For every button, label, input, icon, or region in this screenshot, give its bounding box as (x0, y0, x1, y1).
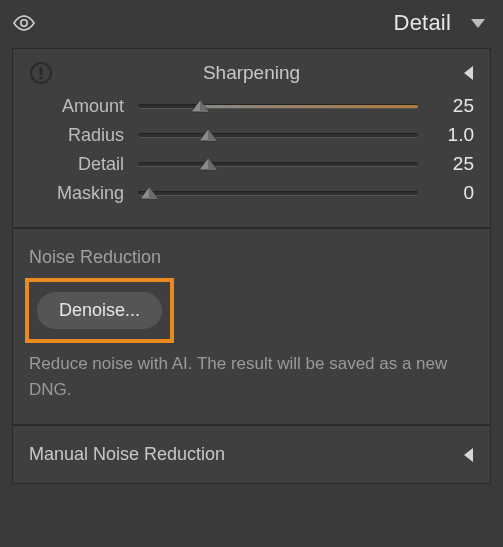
detail-slider[interactable] (138, 154, 418, 174)
panel-collapse-icon[interactable] (469, 16, 487, 30)
denoise-highlight-box: Denoise... (25, 278, 174, 343)
svg-marker-1 (471, 19, 485, 28)
detail-panel-body: Sharpening Amount 25 Radius (12, 48, 491, 484)
radius-label: Radius (29, 125, 124, 146)
masking-slider[interactable] (138, 183, 418, 203)
svg-marker-14 (464, 448, 473, 462)
masking-slider-row: Masking 0 (29, 182, 474, 204)
denoise-button[interactable]: Denoise... (37, 292, 162, 329)
manual-noise-collapse-icon[interactable] (450, 447, 474, 463)
sharpening-title: Sharpening (53, 62, 450, 84)
amount-slider-row: Amount 25 (29, 95, 474, 117)
masking-label: Masking (29, 183, 124, 204)
svg-rect-3 (39, 67, 42, 75)
panel-title: Detail (394, 10, 451, 36)
detail-label: Detail (29, 154, 124, 175)
sharpening-header: Sharpening (29, 61, 474, 85)
svg-point-4 (39, 76, 42, 79)
manual-noise-reduction-title: Manual Noise Reduction (29, 444, 225, 465)
detail-value: 25 (432, 153, 474, 175)
amount-value: 25 (432, 95, 474, 117)
masking-value: 0 (432, 182, 474, 204)
denoise-help-text: Reduce noise with AI. The result will be… (29, 351, 449, 402)
noise-reduction-section: Noise Reduction Denoise... Reduce noise … (13, 229, 490, 426)
sharpening-section: Sharpening Amount 25 Radius (13, 49, 490, 229)
radius-slider-row: Radius 1.0 (29, 124, 474, 146)
noise-reduction-title: Noise Reduction (29, 247, 474, 268)
svg-point-0 (21, 20, 27, 26)
radius-value: 1.0 (432, 124, 474, 146)
svg-marker-5 (464, 66, 473, 80)
detail-panel-header: Detail (0, 0, 503, 46)
sharpening-collapse-icon[interactable] (450, 65, 474, 81)
warning-icon[interactable] (29, 61, 53, 85)
eye-icon[interactable] (12, 14, 36, 32)
amount-slider[interactable] (138, 96, 418, 116)
manual-noise-reduction-section[interactable]: Manual Noise Reduction (13, 426, 490, 483)
radius-slider[interactable] (138, 125, 418, 145)
amount-label: Amount (29, 96, 124, 117)
detail-slider-row: Detail 25 (29, 153, 474, 175)
